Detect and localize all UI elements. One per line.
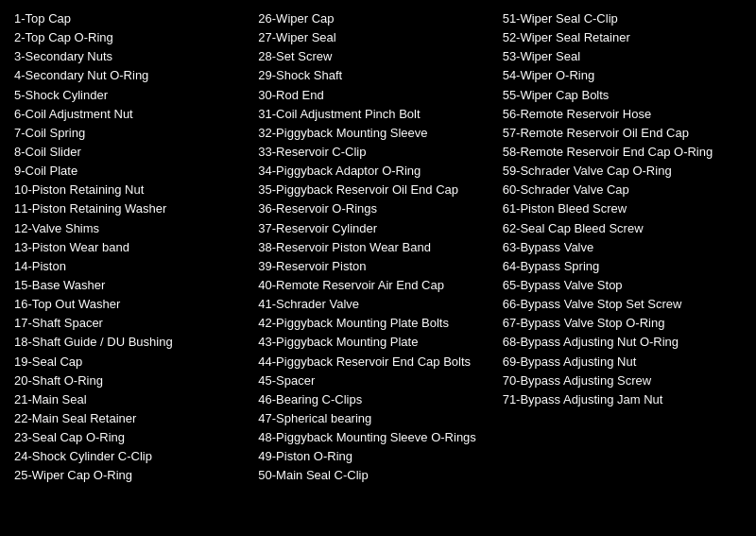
list-item: 36-Reservoir O-Rings [258, 199, 492, 218]
list-item: 11-Piston Retaining Washer [14, 199, 249, 218]
list-item: 53-Wiper Seal [503, 47, 737, 66]
list-item: 40-Remote Reservoir Air End Cap [258, 276, 492, 295]
list-item: 29-Shock Shaft [258, 66, 492, 85]
list-item: 48-Piggyback Mounting Sleeve O-Rings [258, 428, 492, 447]
list-item: 21-Main Seal [14, 390, 249, 409]
list-item: 4-Secondary Nut O-Ring [14, 66, 249, 85]
list-item: 1-Top Cap [14, 9, 249, 28]
list-item: 55-Wiper Cap Bolts [503, 86, 737, 105]
list-item: 24-Shock Cylinder C-Clip [14, 447, 249, 466]
list-item: 9-Coil Plate [14, 162, 249, 181]
list-item: 50-Main Seal C-Clip [258, 466, 492, 485]
list-item: 51-Wiper Seal C-Clip [503, 9, 737, 28]
list-item: 52-Wiper Seal Retainer [503, 28, 737, 47]
parts-list-container: 1-Top Cap2-Top Cap O-Ring3-Secondary Nut… [14, 9, 742, 486]
list-item: 42-Piggyback Mounting Plate Bolts [258, 314, 492, 333]
list-item: 26-Wiper Cap [258, 9, 492, 28]
list-item: 31-Coil Adjustment Pinch Bolt [258, 105, 492, 124]
list-item: 61-Piston Bleed Screw [503, 199, 737, 218]
column-3: 51-Wiper Seal C-Clip52-Wiper Seal Retain… [498, 9, 742, 409]
list-item: 58-Remote Reservoir End Cap O-Ring [503, 143, 737, 162]
list-item: 70-Bypass Adjusting Screw [503, 372, 737, 390]
column-1: 1-Top Cap2-Top Cap O-Ring3-Secondary Nut… [14, 9, 253, 486]
list-item: 60-Schrader Valve Cap [503, 181, 737, 199]
list-item: 56-Remote Reservoir Hose [503, 105, 737, 124]
list-item: 57-Remote Reservoir Oil End Cap [503, 124, 737, 143]
list-item: 6-Coil Adjustment Nut [14, 105, 249, 124]
list-item: 18-Shaft Guide / DU Bushing [14, 333, 249, 352]
list-item: 65-Bypass Valve Stop [503, 276, 737, 295]
list-item: 66-Bypass Valve Stop Set Screw [503, 295, 737, 314]
list-item: 63-Bypass Valve [503, 238, 737, 257]
list-item: 30-Rod End [258, 86, 492, 105]
list-item: 47-Spherical bearing [258, 409, 492, 428]
list-item: 67-Bypass Valve Stop O-Ring [503, 314, 737, 333]
list-item: 49-Piston O-Ring [258, 447, 492, 466]
list-item: 20-Shaft O-Ring [14, 372, 249, 390]
list-item: 12-Valve Shims [14, 219, 249, 238]
column-2: 26-Wiper Cap27-Wiper Seal28-Set Screw29-… [253, 9, 497, 486]
list-item: 59-Schrader Valve Cap O-Ring [503, 162, 737, 181]
list-item: 62-Seal Cap Bleed Screw [503, 219, 737, 238]
list-item: 16-Top Out Washer [14, 295, 249, 314]
list-item: 69-Bypass Adjusting Nut [503, 353, 737, 372]
list-item: 44-Piggyback Reservoir End Cap Bolts [258, 353, 492, 372]
list-item: 28-Set Screw [258, 47, 492, 66]
list-item: 38-Reservoir Piston Wear Band [258, 238, 492, 257]
list-item: 10-Piston Retaining Nut [14, 181, 249, 199]
list-item: 14-Piston [14, 257, 249, 276]
list-item: 41-Schrader Valve [258, 295, 492, 314]
list-item: 35-Piggyback Reservoir Oil End Cap [258, 181, 492, 199]
list-item: 7-Coil Spring [14, 124, 249, 143]
list-item: 17-Shaft Spacer [14, 314, 249, 333]
list-item: 5-Shock Cylinder [14, 86, 249, 105]
list-item: 71-Bypass Adjusting Jam Nut [503, 390, 737, 409]
list-item: 27-Wiper Seal [258, 28, 492, 47]
list-item: 15-Base Washer [14, 276, 249, 295]
list-item: 25-Wiper Cap O-Ring [14, 466, 249, 485]
list-item: 68-Bypass Adjusting Nut O-Ring [503, 333, 737, 352]
list-item: 46-Bearing C-Clips [258, 390, 492, 409]
list-item: 19-Seal Cap [14, 353, 249, 372]
list-item: 45-Spacer [258, 372, 492, 390]
list-item: 2-Top Cap O-Ring [14, 28, 249, 47]
list-item: 22-Main Seal Retainer [14, 409, 249, 428]
list-item: 8-Coil Slider [14, 143, 249, 162]
list-item: 43-Piggyback Mounting Plate [258, 333, 492, 352]
list-item: 34-Piggyback Adaptor O-Ring [258, 162, 492, 181]
list-item: 32-Piggyback Mounting Sleeve [258, 124, 492, 143]
list-item: 33-Reservoir C-Clip [258, 143, 492, 162]
list-item: 39-Reservoir Piston [258, 257, 492, 276]
list-item: 54-Wiper O-Ring [503, 66, 737, 85]
list-item: 23-Seal Cap O-Ring [14, 428, 249, 447]
list-item: 64-Bypass Spring [503, 257, 737, 276]
list-item: 37-Reservoir Cylinder [258, 219, 492, 238]
list-item: 13-Piston Wear band [14, 238, 249, 257]
list-item: 3-Secondary Nuts [14, 47, 249, 66]
